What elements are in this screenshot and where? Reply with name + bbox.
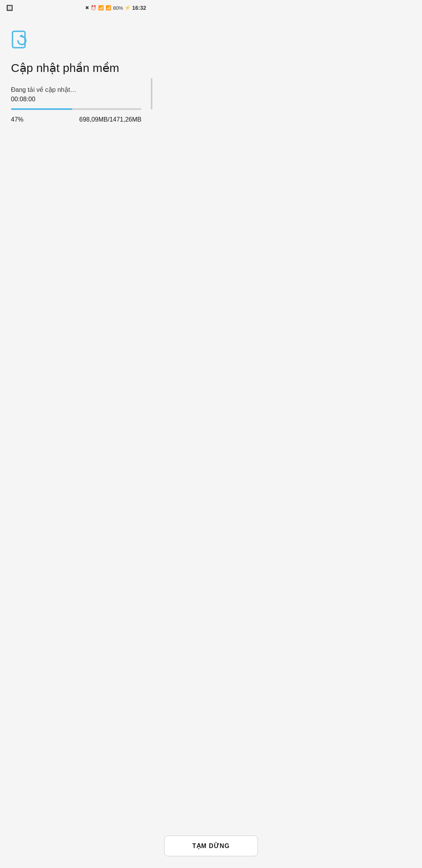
status-bar-left: 🔲 [6,5,13,11]
time-display: 16:32 [132,5,146,11]
progress-size: 698,09MB/1471,26MB [79,116,141,123]
signal-icon: 📶 [106,5,111,11]
svg-rect-0 [13,31,25,48]
wifi-icon: 📶 [98,5,104,11]
progress-percent: 47% [11,116,23,123]
charging-icon: ⚡ [125,5,131,11]
progress-bar-fill [11,108,72,110]
main-content: Cập nhật phần mềm Đang tải về cập nhật… … [0,14,152,170]
svg-marker-1 [19,34,24,37]
bluetooth-icon: ✖ [85,5,89,11]
download-status-label: Đang tải về cập nhật… [11,86,141,93]
download-timer: 00:08:00 [11,96,141,103]
status-bar-right: ✖ ⏰ 📶 📶 80% ⚡ 16:32 [85,5,146,11]
notification-icon: 🔲 [6,5,13,11]
progress-bar-container [11,108,141,110]
battery-text: 80% [113,5,123,11]
progress-info: 47% 698,09MB/1471,26MB [11,116,141,123]
scrollbar[interactable] [151,78,152,109]
status-bar: 🔲 ✖ ⏰ 📶 📶 80% ⚡ 16:32 [0,0,152,14]
alarm-icon: ⏰ [91,5,97,11]
page-title: Cập nhật phần mềm [11,61,141,75]
app-icon [11,30,141,53]
